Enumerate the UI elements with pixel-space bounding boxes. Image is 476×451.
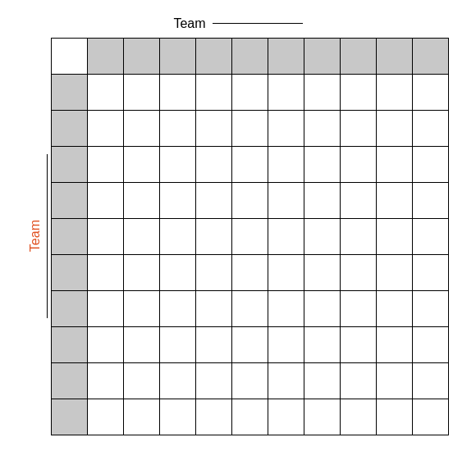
grid-cell[interactable] xyxy=(376,254,412,290)
grid-cell[interactable] xyxy=(87,399,123,435)
grid-cell[interactable] xyxy=(159,290,195,326)
grid-cell[interactable] xyxy=(51,182,87,218)
grid-cell[interactable] xyxy=(51,362,87,399)
grid-cell[interactable] xyxy=(304,326,340,362)
grid-cell[interactable] xyxy=(123,399,159,435)
grid-cell[interactable] xyxy=(195,38,231,74)
grid-cell[interactable] xyxy=(51,290,87,326)
grid-cell[interactable] xyxy=(87,182,123,218)
grid-cell[interactable] xyxy=(304,399,340,435)
grid-cell[interactable] xyxy=(376,182,412,218)
grid-cell[interactable] xyxy=(51,218,87,254)
grid-cell[interactable] xyxy=(159,182,195,218)
grid-cell[interactable] xyxy=(376,362,412,399)
grid-cell[interactable] xyxy=(195,362,231,399)
grid-cell[interactable] xyxy=(195,110,231,146)
grid-cell[interactable] xyxy=(231,146,268,182)
grid-cell[interactable] xyxy=(123,290,159,326)
grid-cell[interactable] xyxy=(304,218,340,254)
grid-cell[interactable] xyxy=(304,362,340,399)
grid-cell[interactable] xyxy=(304,290,340,326)
grid-cell[interactable] xyxy=(159,110,195,146)
grid-cell[interactable] xyxy=(412,110,448,146)
grid-cell[interactable] xyxy=(51,74,87,110)
grid-cell[interactable] xyxy=(51,146,87,182)
grid-cell[interactable] xyxy=(195,146,231,182)
grid-cell[interactable] xyxy=(159,254,195,290)
grid-cell[interactable] xyxy=(123,326,159,362)
grid-cell[interactable] xyxy=(195,326,231,362)
grid-cell[interactable] xyxy=(231,254,268,290)
grid-cell[interactable] xyxy=(268,218,304,254)
grid-cell[interactable] xyxy=(51,38,87,74)
grid-cell[interactable] xyxy=(412,74,448,110)
grid-cell[interactable] xyxy=(123,74,159,110)
grid-cell[interactable] xyxy=(412,399,448,435)
grid-cell[interactable] xyxy=(159,399,195,435)
grid-cell[interactable] xyxy=(376,290,412,326)
grid-cell[interactable] xyxy=(268,290,304,326)
grid-cell[interactable] xyxy=(304,182,340,218)
grid-cell[interactable] xyxy=(304,110,340,146)
grid-cell[interactable] xyxy=(340,218,376,254)
grid-cell[interactable] xyxy=(87,254,123,290)
grid-cell[interactable] xyxy=(159,326,195,362)
grid-cell[interactable] xyxy=(195,74,231,110)
grid-cell[interactable] xyxy=(231,110,268,146)
grid-cell[interactable] xyxy=(123,110,159,146)
grid-cell[interactable] xyxy=(412,182,448,218)
grid-cell[interactable] xyxy=(231,290,268,326)
grid-cell[interactable] xyxy=(195,182,231,218)
grid-cell[interactable] xyxy=(268,74,304,110)
grid-cell[interactable] xyxy=(123,218,159,254)
grid-cell[interactable] xyxy=(51,399,87,435)
grid-cell[interactable] xyxy=(231,182,268,218)
grid-cell[interactable] xyxy=(268,182,304,218)
grid-cell[interactable] xyxy=(123,38,159,74)
grid-cell[interactable] xyxy=(304,146,340,182)
grid-cell[interactable] xyxy=(268,146,304,182)
grid-cell[interactable] xyxy=(412,326,448,362)
grid-cell[interactable] xyxy=(268,38,304,74)
grid-cell[interactable] xyxy=(231,74,268,110)
grid-cell[interactable] xyxy=(123,254,159,290)
grid-cell[interactable] xyxy=(412,146,448,182)
grid-cell[interactable] xyxy=(159,74,195,110)
grid-cell[interactable] xyxy=(376,110,412,146)
grid-cell[interactable] xyxy=(87,38,123,74)
grid-cell[interactable] xyxy=(123,362,159,399)
grid-cell[interactable] xyxy=(304,38,340,74)
grid-cell[interactable] xyxy=(87,290,123,326)
grid-cell[interactable] xyxy=(376,38,412,74)
grid-cell[interactable] xyxy=(51,326,87,362)
grid-cell[interactable] xyxy=(412,290,448,326)
grid-cell[interactable] xyxy=(340,146,376,182)
grid-cell[interactable] xyxy=(304,254,340,290)
grid-cell[interactable] xyxy=(340,110,376,146)
grid-cell[interactable] xyxy=(340,290,376,326)
grid-cell[interactable] xyxy=(231,399,268,435)
grid-cell[interactable] xyxy=(195,290,231,326)
grid-cell[interactable] xyxy=(268,362,304,399)
grid-cell[interactable] xyxy=(412,38,448,74)
grid-cell[interactable] xyxy=(412,254,448,290)
grid-cell[interactable] xyxy=(340,362,376,399)
grid-cell[interactable] xyxy=(87,218,123,254)
grid-cell[interactable] xyxy=(268,110,304,146)
grid-cell[interactable] xyxy=(159,146,195,182)
grid-cell[interactable] xyxy=(412,362,448,399)
grid-cell[interactable] xyxy=(231,326,268,362)
grid-cell[interactable] xyxy=(340,326,376,362)
grid-cell[interactable] xyxy=(340,74,376,110)
grid-cell[interactable] xyxy=(195,399,231,435)
grid-cell[interactable] xyxy=(159,362,195,399)
grid-cell[interactable] xyxy=(412,218,448,254)
grid-cell[interactable] xyxy=(376,326,412,362)
grid-cell[interactable] xyxy=(376,399,412,435)
grid-cell[interactable] xyxy=(159,218,195,254)
grid-cell[interactable] xyxy=(87,110,123,146)
grid-cell[interactable] xyxy=(231,218,268,254)
grid-cell[interactable] xyxy=(304,74,340,110)
grid-cell[interactable] xyxy=(268,326,304,362)
grid-cell[interactable] xyxy=(159,38,195,74)
